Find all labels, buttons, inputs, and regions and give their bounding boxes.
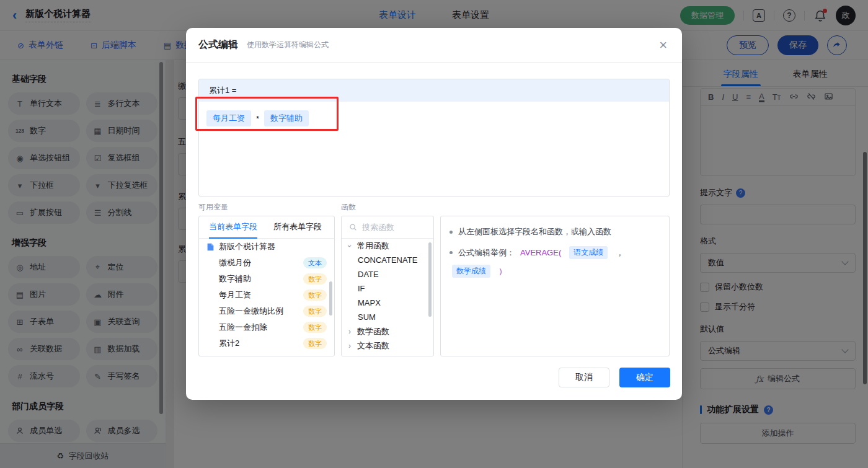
variable-row[interactable]: 五险一金缴纳比例数字 [199, 303, 334, 319]
cancel-button[interactable]: 取消 [559, 368, 609, 387]
tip-text: 从左侧面板选择字段名和函数，或输入函数 [458, 226, 611, 237]
variable-row[interactable]: 五险一金扣除数字 [199, 319, 334, 335]
chevron-down-icon: › [345, 243, 354, 249]
variables-panel: 当前表单字段 所有表单字段 新版个税计算器 缴税月份文本 数字辅助数字 每月工资… [198, 216, 335, 356]
close-icon[interactable]: × [659, 38, 667, 52]
variables-root-node[interactable]: 新版个税计算器 [199, 239, 334, 255]
function-name: DATE [358, 270, 379, 279]
functions-scrollbar[interactable] [428, 242, 432, 317]
modal-title: 公式编辑 [198, 38, 238, 51]
chevron-right-icon: › [347, 327, 353, 336]
variables-label: 可用变量 [198, 202, 228, 213]
function-group-text[interactable]: ›文本函数 [342, 338, 433, 353]
variables-scrollbar[interactable] [329, 281, 332, 316]
variable-row[interactable]: 缴税月份文本 [199, 255, 334, 271]
group-label: 常用函数 [357, 241, 389, 252]
form-doc-icon [206, 243, 215, 251]
variable-row[interactable]: 累计2数字 [199, 335, 334, 351]
confirm-button[interactable]: 确定 [619, 368, 670, 387]
bullet-dot [450, 231, 453, 234]
variable-name: 五险一金缴纳比例 [219, 306, 283, 317]
function-search[interactable]: 搜索函数 [342, 216, 433, 239]
bullet-dot [450, 251, 453, 254]
function-name: SUM [358, 312, 376, 322]
tab-current-form-fields[interactable]: 当前表单字段 [209, 221, 257, 238]
variable-name: 每月工资 [219, 289, 251, 301]
function-item[interactable]: IF [342, 281, 433, 296]
functions-panel: 搜索函数 ›常用函数 CONCATENATE DATE IF MAPX SUM … [341, 216, 434, 356]
target-text: 累计1 = [209, 85, 236, 96]
root-label: 新版个税计算器 [219, 241, 275, 252]
variable-row[interactable]: 数字辅助数字 [199, 271, 334, 287]
function-name: IF [358, 284, 365, 293]
function-name: CONCATENATE [358, 255, 417, 265]
help-tip-2: 公式编辑举例：AVERAGE(语文成绩，数学成绩） [450, 246, 660, 278]
search-placeholder: 搜索函数 [362, 222, 394, 233]
example-comma: ， [616, 247, 624, 258]
function-name: MAPX [358, 298, 381, 307]
modal-header: 公式编辑 使用数学运算符编辑公式 × [186, 28, 682, 63]
help-tip-1: 从左侧面板选择字段名和函数，或输入函数 [450, 226, 660, 237]
variable-name: 累计2 [219, 338, 239, 349]
function-item[interactable]: CONCATENATE [342, 253, 433, 267]
example-function: AVERAGE( [520, 248, 561, 257]
search-icon [349, 223, 357, 231]
type-badge-number: 数字 [303, 289, 327, 301]
chevron-right-icon: › [347, 342, 353, 350]
function-group-math[interactable]: ›数学函数 [342, 324, 433, 338]
function-item[interactable]: MAPX [342, 296, 433, 310]
function-item[interactable]: DATE [342, 267, 433, 281]
variable-name: 缴税月份 [219, 257, 251, 268]
example-arg-chinese-score: 语文成绩 [569, 246, 608, 259]
functions-label: 函数 [341, 202, 356, 213]
example-arg-math-score: 数学成绩 [452, 265, 490, 278]
group-label: 文本函数 [357, 340, 389, 351]
red-annotation-box [195, 97, 339, 131]
variable-row[interactable]: 每月工资数字 [199, 287, 334, 303]
type-badge-number: 数字 [303, 322, 327, 333]
type-badge-number: 数字 [303, 338, 327, 349]
example-close-paren: ） [498, 266, 507, 277]
group-label: 数学函数 [357, 326, 389, 337]
app-root: ‹ 新版个税计算器 表单设计 表单设置 数据管理 A ? 政 ⊘ 表单外链 ⊡ [0, 0, 868, 468]
formula-help-panel: 从左侧面板选择字段名和函数，或输入函数 公式编辑举例：AVERAGE(语文成绩，… [440, 216, 670, 356]
formula-editor-modal: 公式编辑 使用数学运算符编辑公式 × 累计1 = 每月工资 * 数字辅助 可用变… [186, 28, 682, 400]
modal-subtitle: 使用数学运算符编辑公式 [247, 40, 329, 50]
variable-name: 数字辅助 [219, 273, 251, 285]
tab-all-form-fields[interactable]: 所有表单字段 [273, 221, 322, 238]
variables-tabs: 当前表单字段 所有表单字段 [199, 216, 334, 239]
function-group-common[interactable]: ›常用函数 [342, 239, 433, 253]
type-badge-text: 文本 [303, 257, 327, 268]
type-badge-number: 数字 [303, 273, 327, 285]
tip-prefix: 公式编辑举例： [458, 247, 515, 258]
type-badge-number: 数字 [303, 306, 327, 317]
function-item[interactable]: SUM [342, 310, 433, 324]
variable-name: 五险一金扣除 [219, 322, 267, 333]
